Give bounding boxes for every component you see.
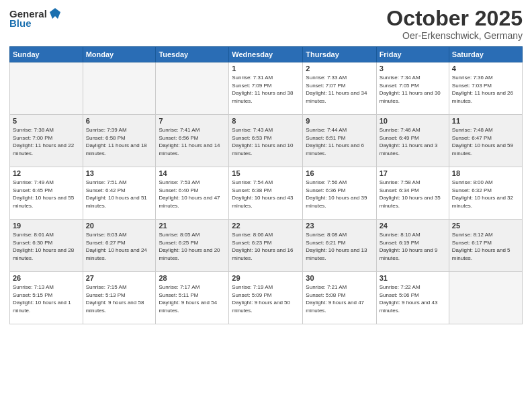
calendar-day-cell: 14Sunrise: 7:53 AM Sunset: 6:40 PM Dayli… xyxy=(156,167,229,220)
month-title: October 2025 xyxy=(386,7,523,30)
calendar-table: Sunday Monday Tuesday Wednesday Thursday… xyxy=(9,46,523,324)
day-info: Sunrise: 8:00 AM Sunset: 6:32 PM Dayligh… xyxy=(452,179,519,210)
day-info: Sunrise: 7:33 AM Sunset: 7:07 PM Dayligh… xyxy=(306,74,373,105)
day-number: 12 xyxy=(13,169,80,177)
calendar-day-cell: 25Sunrise: 8:12 AM Sunset: 6:17 PM Dayli… xyxy=(449,220,522,272)
day-info: Sunrise: 7:49 AM Sunset: 6:45 PM Dayligh… xyxy=(13,179,80,210)
day-info: Sunrise: 8:06 AM Sunset: 6:23 PM Dayligh… xyxy=(232,231,300,262)
calendar-day-cell: 9Sunrise: 7:44 AM Sunset: 6:51 PM Daylig… xyxy=(303,115,376,167)
calendar-day-cell: 29Sunrise: 7:19 AM Sunset: 5:09 PM Dayli… xyxy=(229,272,303,324)
day-number: 23 xyxy=(306,222,373,230)
calendar-week-row: 5Sunrise: 7:38 AM Sunset: 7:00 PM Daylig… xyxy=(10,115,523,167)
calendar-page: General Blue October 2025 Oer-Erkenschwi… xyxy=(0,0,532,411)
day-number: 28 xyxy=(159,274,226,282)
calendar-day-cell: 6Sunrise: 7:39 AM Sunset: 6:58 PM Daylig… xyxy=(83,115,156,167)
calendar-day-cell: 2Sunrise: 7:33 AM Sunset: 7:07 PM Daylig… xyxy=(303,62,376,115)
calendar-week-row: 19Sunrise: 8:01 AM Sunset: 6:30 PM Dayli… xyxy=(10,220,523,272)
header-sunday: Sunday xyxy=(10,47,83,62)
day-info: Sunrise: 7:31 AM Sunset: 7:09 PM Dayligh… xyxy=(232,74,300,105)
header: General Blue October 2025 Oer-Erkenschwi… xyxy=(9,7,523,41)
calendar-week-row: 26Sunrise: 7:13 AM Sunset: 5:15 PM Dayli… xyxy=(10,272,523,324)
day-number: 2 xyxy=(306,64,373,73)
day-info: Sunrise: 7:51 AM Sunset: 6:42 PM Dayligh… xyxy=(86,179,153,210)
day-number: 6 xyxy=(86,117,153,125)
calendar-day-cell xyxy=(10,62,83,115)
day-info: Sunrise: 7:53 AM Sunset: 6:40 PM Dayligh… xyxy=(159,179,226,210)
header-thursday: Thursday xyxy=(303,47,376,62)
calendar-day-cell: 3Sunrise: 7:34 AM Sunset: 7:05 PM Daylig… xyxy=(376,62,449,115)
calendar-day-cell: 30Sunrise: 7:21 AM Sunset: 5:08 PM Dayli… xyxy=(303,272,376,324)
calendar-day-cell: 18Sunrise: 8:00 AM Sunset: 6:32 PM Dayli… xyxy=(449,167,522,220)
day-number: 25 xyxy=(452,222,519,230)
day-info: Sunrise: 8:08 AM Sunset: 6:21 PM Dayligh… xyxy=(306,231,373,262)
day-number: 14 xyxy=(159,169,226,177)
day-number: 9 xyxy=(306,117,373,125)
day-number: 21 xyxy=(159,222,226,230)
calendar-day-cell: 17Sunrise: 7:58 AM Sunset: 6:34 PM Dayli… xyxy=(376,167,449,220)
calendar-day-cell: 15Sunrise: 7:54 AM Sunset: 6:38 PM Dayli… xyxy=(229,167,303,220)
day-info: Sunrise: 7:21 AM Sunset: 5:08 PM Dayligh… xyxy=(306,283,373,314)
day-number: 15 xyxy=(232,169,300,177)
day-number: 30 xyxy=(306,274,373,282)
day-info: Sunrise: 7:41 AM Sunset: 6:56 PM Dayligh… xyxy=(159,126,226,157)
day-number: 18 xyxy=(452,169,519,177)
day-info: Sunrise: 8:12 AM Sunset: 6:17 PM Dayligh… xyxy=(452,231,519,262)
day-info: Sunrise: 8:05 AM Sunset: 6:25 PM Dayligh… xyxy=(159,231,226,262)
day-number: 11 xyxy=(452,117,519,125)
day-info: Sunrise: 8:03 AM Sunset: 6:27 PM Dayligh… xyxy=(86,231,153,262)
day-number: 16 xyxy=(306,169,373,177)
day-info: Sunrise: 8:10 AM Sunset: 6:19 PM Dayligh… xyxy=(380,231,446,262)
day-info: Sunrise: 7:36 AM Sunset: 7:03 PM Dayligh… xyxy=(452,74,519,105)
header-wednesday: Wednesday xyxy=(229,47,303,62)
calendar-day-cell: 28Sunrise: 7:17 AM Sunset: 5:11 PM Dayli… xyxy=(156,272,229,324)
calendar-day-cell: 7Sunrise: 7:41 AM Sunset: 6:56 PM Daylig… xyxy=(156,115,229,167)
day-number: 22 xyxy=(232,222,300,230)
day-number: 7 xyxy=(159,117,226,125)
calendar-day-cell: 8Sunrise: 7:43 AM Sunset: 6:53 PM Daylig… xyxy=(229,115,303,167)
calendar-day-cell: 21Sunrise: 8:05 AM Sunset: 6:25 PM Dayli… xyxy=(156,220,229,272)
day-info: Sunrise: 7:46 AM Sunset: 6:49 PM Dayligh… xyxy=(380,126,446,157)
day-number: 10 xyxy=(380,117,446,125)
location: Oer-Erkenschwick, Germany xyxy=(386,30,523,41)
day-number: 1 xyxy=(232,64,300,73)
calendar-day-cell: 24Sunrise: 8:10 AM Sunset: 6:19 PM Dayli… xyxy=(376,220,449,272)
header-saturday: Saturday xyxy=(449,47,522,62)
header-monday: Monday xyxy=(83,47,156,62)
calendar-day-cell: 12Sunrise: 7:49 AM Sunset: 6:45 PM Dayli… xyxy=(10,167,83,220)
calendar-day-cell: 22Sunrise: 8:06 AM Sunset: 6:23 PM Dayli… xyxy=(229,220,303,272)
calendar-day-cell: 27Sunrise: 7:15 AM Sunset: 5:13 PM Dayli… xyxy=(83,272,156,324)
day-info: Sunrise: 7:58 AM Sunset: 6:34 PM Dayligh… xyxy=(380,179,446,210)
day-info: Sunrise: 7:56 AM Sunset: 6:36 PM Dayligh… xyxy=(306,179,373,210)
calendar-day-cell xyxy=(449,272,522,324)
calendar-day-cell: 23Sunrise: 8:08 AM Sunset: 6:21 PM Dayli… xyxy=(303,220,376,272)
calendar-day-cell: 4Sunrise: 7:36 AM Sunset: 7:03 PM Daylig… xyxy=(449,62,522,115)
day-info: Sunrise: 7:19 AM Sunset: 5:09 PM Dayligh… xyxy=(232,283,300,314)
calendar-day-cell: 31Sunrise: 7:22 AM Sunset: 5:06 PM Dayli… xyxy=(376,272,449,324)
calendar-day-cell: 13Sunrise: 7:51 AM Sunset: 6:42 PM Dayli… xyxy=(83,167,156,220)
day-number: 26 xyxy=(13,274,80,282)
calendar-week-row: 12Sunrise: 7:49 AM Sunset: 6:45 PM Dayli… xyxy=(10,167,523,220)
calendar-day-cell: 1Sunrise: 7:31 AM Sunset: 7:09 PM Daylig… xyxy=(229,62,303,115)
logo-icon xyxy=(48,7,62,20)
day-number: 13 xyxy=(86,169,153,177)
calendar-day-cell: 10Sunrise: 7:46 AM Sunset: 6:49 PM Dayli… xyxy=(376,115,449,167)
day-number: 27 xyxy=(86,274,153,282)
day-number: 8 xyxy=(232,117,300,125)
day-number: 17 xyxy=(380,169,446,177)
calendar-week-row: 1Sunrise: 7:31 AM Sunset: 7:09 PM Daylig… xyxy=(10,62,523,115)
calendar-day-cell: 11Sunrise: 7:48 AM Sunset: 6:47 PM Dayli… xyxy=(449,115,522,167)
day-info: Sunrise: 7:54 AM Sunset: 6:38 PM Dayligh… xyxy=(232,179,300,210)
header-tuesday: Tuesday xyxy=(156,47,229,62)
title-section: October 2025 Oer-Erkenschwick, Germany xyxy=(386,7,523,41)
day-number: 4 xyxy=(452,64,519,73)
day-info: Sunrise: 7:13 AM Sunset: 5:15 PM Dayligh… xyxy=(13,283,80,314)
calendar-day-cell xyxy=(156,62,229,115)
day-info: Sunrise: 7:39 AM Sunset: 6:58 PM Dayligh… xyxy=(86,126,153,157)
day-number: 24 xyxy=(380,222,446,230)
day-number: 3 xyxy=(380,64,446,73)
calendar-day-cell: 20Sunrise: 8:03 AM Sunset: 6:27 PM Dayli… xyxy=(83,220,156,272)
calendar-day-cell xyxy=(83,62,156,115)
day-number: 5 xyxy=(13,117,80,125)
day-info: Sunrise: 7:17 AM Sunset: 5:11 PM Dayligh… xyxy=(159,283,226,314)
day-number: 20 xyxy=(86,222,153,230)
